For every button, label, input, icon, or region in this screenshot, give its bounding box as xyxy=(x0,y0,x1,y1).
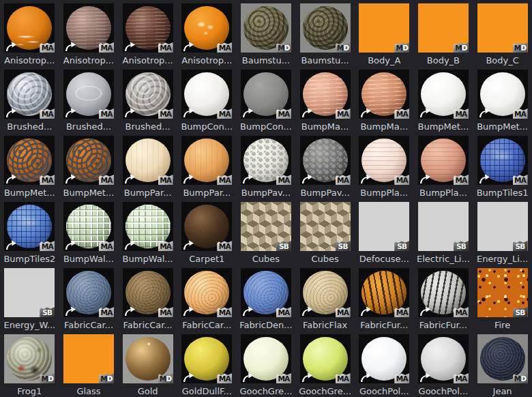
type-badge-ma: MA xyxy=(336,108,351,119)
material-thumbnail: MA xyxy=(63,136,114,185)
material-item[interactable]: MAGoochGre... xyxy=(295,331,355,397)
material-item[interactable]: MDJean xyxy=(473,331,532,397)
material-item[interactable]: SBCubes xyxy=(295,198,355,265)
material-thumbnail: MA xyxy=(63,3,114,53)
type-badge-md: MD xyxy=(394,42,409,53)
material-thumbnail: MD xyxy=(359,3,409,53)
material-item[interactable]: SBFire xyxy=(473,265,532,331)
assign-arrow-icon xyxy=(182,41,194,52)
material-item[interactable]: MDGold xyxy=(118,331,177,397)
type-badge-ma: MA xyxy=(513,175,528,185)
material-item[interactable]: MAGoldDullF... xyxy=(177,331,237,397)
material-item[interactable]: MABumpMet... xyxy=(414,66,473,132)
type-badge-ma: MA xyxy=(454,373,469,383)
material-item[interactable]: MAFabricFlax xyxy=(295,265,355,331)
assign-arrow-icon xyxy=(359,173,372,184)
material-item[interactable]: MABumpMet... xyxy=(0,132,59,198)
type-badge-ma: MA xyxy=(276,108,291,119)
type-badge-md: MD xyxy=(454,42,469,53)
type-badge-ma: MA xyxy=(158,175,173,185)
material-item[interactable]: MABumpWal... xyxy=(59,198,119,265)
material-label: GoochPol... xyxy=(419,386,469,396)
material-sphere xyxy=(125,337,171,381)
material-thumbnail: MA xyxy=(4,136,55,185)
assign-arrow-icon xyxy=(182,173,194,184)
type-badge-sb: SB xyxy=(394,241,409,251)
material-item[interactable]: MDBaumstu... xyxy=(237,0,296,66)
material-item[interactable]: MABumpCon... xyxy=(177,66,237,132)
material-item[interactable]: MDBody_A xyxy=(355,0,414,66)
material-thumbnail: MA xyxy=(477,136,528,185)
type-badge-ma: MA xyxy=(217,175,232,185)
material-item[interactable]: SBEnergy_W... xyxy=(0,265,59,331)
material-item[interactable]: MABumpMa... xyxy=(355,66,414,132)
material-thumbnail: MA xyxy=(181,202,232,251)
material-item[interactable]: SBCubes xyxy=(237,198,296,265)
material-item[interactable]: MAFabricCar... xyxy=(59,265,119,331)
material-item[interactable]: MABumpMet... xyxy=(473,66,532,132)
material-label: Brushed... xyxy=(66,121,111,132)
material-item[interactable]: MAAnisotrop... xyxy=(0,0,59,66)
material-item[interactable]: MABumpTiles2 xyxy=(0,198,59,265)
assign-arrow-icon xyxy=(301,107,313,118)
material-item[interactable]: MDGlass xyxy=(59,331,119,397)
material-item[interactable]: MAFabricFur... xyxy=(355,265,414,331)
material-item[interactable]: MDBody_B xyxy=(414,0,473,66)
material-label: Jean xyxy=(493,386,512,396)
material-item[interactable]: MABrushed... xyxy=(59,66,119,132)
material-label: BumpWal... xyxy=(63,254,114,264)
material-item[interactable]: MAAnisotrop... xyxy=(59,0,119,66)
material-item[interactable]: MABumpPla... xyxy=(414,132,473,198)
type-badge-md: MD xyxy=(276,42,291,53)
material-item[interactable]: MAGoochGre... xyxy=(237,331,296,397)
material-label: Brushed... xyxy=(125,121,171,132)
material-item[interactable]: MABumpPar... xyxy=(118,132,177,198)
assign-arrow-icon xyxy=(182,306,194,317)
material-item[interactable]: MABumpPla... xyxy=(355,132,414,198)
material-item[interactable]: MDBody_C xyxy=(473,0,532,66)
material-item[interactable]: SBEnergy_Li... xyxy=(473,198,532,265)
type-badge-ma: MA xyxy=(40,108,55,119)
material-item[interactable]: MABumpTiles1 xyxy=(473,132,532,198)
material-label: Body_A xyxy=(368,55,400,65)
material-item[interactable]: MABrushed... xyxy=(0,66,59,132)
material-thumbnail: MA xyxy=(359,334,409,383)
material-item[interactable]: MAFabricDen... xyxy=(237,265,296,331)
material-item[interactable]: MABumpPar... xyxy=(177,132,237,198)
material-item[interactable]: SBElectric_Li... xyxy=(414,198,473,265)
material-item[interactable]: MAFabricCar... xyxy=(118,265,177,331)
material-item[interactable]: MAFabricFur... xyxy=(414,265,473,331)
material-item[interactable]: MABumpMet... xyxy=(59,132,119,198)
material-item[interactable]: MAAnisotrop... xyxy=(177,0,237,66)
material-item[interactable]: MABumpCon... xyxy=(237,66,296,132)
material-item[interactable]: MABumpWal... xyxy=(118,198,177,265)
material-item[interactable]: MABumpMa... xyxy=(295,66,355,132)
material-item[interactable]: MDFrog1 xyxy=(0,331,59,397)
material-label: BumpPla... xyxy=(419,188,467,198)
material-thumbnail: MA xyxy=(181,268,232,317)
material-thumbnail: SB xyxy=(300,202,351,251)
assign-arrow-icon xyxy=(123,41,136,52)
material-label: Gold xyxy=(138,386,158,396)
assign-arrow-icon xyxy=(182,372,194,383)
material-item[interactable]: MABumpPav... xyxy=(295,132,355,198)
material-item[interactable]: MABrushed... xyxy=(118,66,177,132)
material-item[interactable]: MAAnisotrop... xyxy=(118,0,177,66)
material-item[interactable]: MACarpet1 xyxy=(177,198,237,265)
material-label: Energy_Li... xyxy=(477,254,528,264)
assign-arrow-icon xyxy=(301,173,313,184)
material-item[interactable]: MAGoochPol... xyxy=(355,331,414,397)
assign-arrow-icon xyxy=(64,239,76,250)
material-item[interactable]: MAGoochPol... xyxy=(414,331,473,397)
material-label: Defocuse... xyxy=(359,254,409,264)
material-item[interactable]: MDBaumstu... xyxy=(295,0,355,66)
type-badge-ma: MA xyxy=(336,175,351,185)
material-item[interactable]: MABumpPav... xyxy=(237,132,296,198)
material-item[interactable]: MAFabricCar... xyxy=(177,265,237,331)
material-thumbnail: MA xyxy=(241,70,291,119)
assign-arrow-icon xyxy=(123,306,136,317)
material-label: Baumstu... xyxy=(242,55,290,65)
material-item[interactable]: SBDefocuse... xyxy=(355,198,414,265)
material-thumbnail: MA xyxy=(418,334,469,383)
material-label: Body_B xyxy=(427,55,460,65)
